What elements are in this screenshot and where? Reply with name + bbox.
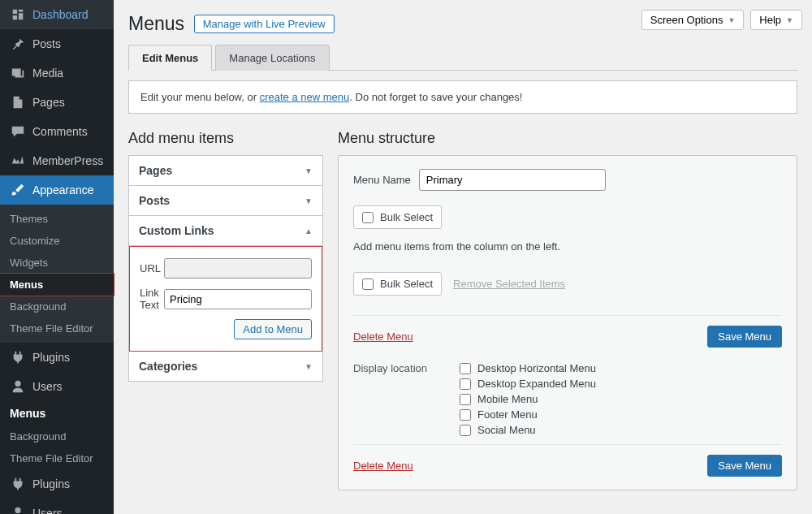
sidebar-sub-themes[interactable]: Themes <box>0 208 114 230</box>
tabs: Edit Menus Manage Locations <box>128 45 797 71</box>
user-icon <box>10 378 26 395</box>
panel-pages-label: Pages <box>139 164 172 177</box>
sidebar-sub-theme-file-editor[interactable]: Theme File Editor <box>0 317 114 339</box>
remove-selected-link: Remove Selected Items <box>453 278 565 290</box>
add-items-hint: Add menu items from the column on the le… <box>353 240 782 253</box>
bulk-select-checkbox[interactable] <box>362 212 374 223</box>
custom-linktext-input[interactable] <box>164 289 312 309</box>
loc-label: Desktop Horizontal Menu <box>477 362 596 374</box>
chevron-down-icon: ▼ <box>304 197 313 205</box>
bulk-select-toggle[interactable]: Bulk Select <box>353 205 442 229</box>
admin-sidebar: Dashboard Posts Media Pages Comments Mem… <box>0 0 114 514</box>
sidebar-extra-menus[interactable]: Menus <box>0 401 114 425</box>
loc-label: Social Menu <box>477 424 536 436</box>
comment-icon <box>10 123 26 140</box>
display-location-options: Desktop Horizontal Menu Desktop Expanded… <box>460 362 596 439</box>
sidebar-item-dashboard[interactable]: Dashboard <box>0 0 114 29</box>
bulk-select-checkbox-2[interactable] <box>362 279 374 290</box>
menu-structure-heading: Menu structure <box>338 130 797 147</box>
menu-name-input[interactable] <box>419 169 606 191</box>
sidebar-sub-background[interactable]: Background <box>0 296 114 317</box>
delete-menu-link[interactable]: Delete Menu <box>353 330 413 343</box>
pin-icon <box>10 36 26 52</box>
loc-mobile[interactable]: Mobile Menu <box>460 393 596 405</box>
url-label: URL <box>140 262 164 274</box>
display-location-label: Display location <box>353 362 427 439</box>
sidebar-item-label: Users <box>32 380 63 393</box>
add-to-menu-button[interactable]: Add to Menu <box>234 319 312 339</box>
loc-checkbox[interactable] <box>460 409 471 421</box>
sidebar-extra-theme-file-editor[interactable]: Theme File Editor <box>0 447 114 469</box>
notice: Edit your menu below, or create a new me… <box>128 80 797 114</box>
sidebar-sub-widgets[interactable]: Widgets <box>0 252 114 274</box>
save-menu-button[interactable]: Save Menu <box>707 326 782 348</box>
create-new-menu-link[interactable]: create a new menu <box>260 91 350 103</box>
sidebar-item-posts[interactable]: Posts <box>0 29 114 58</box>
sidebar-item-label: Posts <box>32 37 61 50</box>
chevron-down-icon: ▼ <box>304 362 313 371</box>
media-icon <box>10 65 26 81</box>
sidebar-item-plugins-2[interactable]: Plugins <box>0 469 114 499</box>
user-icon <box>10 505 26 514</box>
sidebar-item-label: Plugins <box>32 477 70 490</box>
loc-social[interactable]: Social Menu <box>460 424 596 436</box>
loc-footer[interactable]: Footer Menu <box>460 408 596 421</box>
sidebar-item-label: Users <box>32 507 63 514</box>
add-menu-items-heading: Add menu items <box>128 130 323 147</box>
sidebar-item-users-2[interactable]: Users <box>0 499 114 514</box>
accordion-panel: Pages ▼ Posts ▼ Custom Links ▲ URL <box>128 155 323 382</box>
tab-manage-locations[interactable]: Manage Locations <box>215 45 329 71</box>
custom-url-input[interactable] <box>164 258 312 279</box>
loc-checkbox[interactable] <box>460 425 471 436</box>
loc-desktop-expanded[interactable]: Desktop Expanded Menu <box>460 378 596 390</box>
sidebar-item-plugins[interactable]: Plugins <box>0 343 114 372</box>
sidebar-item-pages[interactable]: Pages <box>0 88 114 117</box>
sidebar-extra-group: Menus Background Theme File Editor <box>0 401 114 469</box>
memberpress-icon <box>10 153 26 169</box>
loc-label: Desktop Expanded Menu <box>477 378 596 390</box>
panel-posts[interactable]: Posts ▼ <box>129 186 322 216</box>
live-preview-button[interactable]: Manage with Live Preview <box>194 15 335 33</box>
delete-menu-link-2[interactable]: Delete Menu <box>353 460 413 472</box>
sidebar-item-label: Appearance <box>32 184 94 197</box>
panel-pages[interactable]: Pages ▼ <box>129 156 322 186</box>
sidebar-item-appearance[interactable]: Appearance <box>0 175 114 205</box>
loc-label: Mobile Menu <box>477 393 538 405</box>
chevron-down-icon: ▼ <box>304 166 313 175</box>
display-location-section: Display location Desktop Horizontal Menu… <box>353 362 782 439</box>
sidebar-item-comments[interactable]: Comments <box>0 117 114 146</box>
action-row-1: Delete Menu Save Menu <box>353 315 782 348</box>
panel-categories[interactable]: Categories ▼ <box>129 352 322 381</box>
tab-edit-menus[interactable]: Edit Menus <box>128 45 212 71</box>
dashboard-icon <box>10 6 26 23</box>
loc-checkbox[interactable] <box>460 394 471 405</box>
menu-structure-column: Menu structure Menu Name Bulk Select Add… <box>338 130 797 490</box>
sidebar-item-label: Comments <box>32 125 88 138</box>
bulk-select-toggle-2[interactable]: Bulk Select <box>353 272 442 296</box>
appearance-submenu: Themes Customize Widgets Menus Backgroun… <box>0 205 114 343</box>
sidebar-sub-menus[interactable]: Menus <box>0 274 114 296</box>
page-title: Menus <box>128 13 184 35</box>
loc-checkbox[interactable] <box>460 363 471 374</box>
plugin-icon <box>10 476 26 492</box>
notice-pre: Edit your menu below, or <box>140 91 260 103</box>
sidebar-item-memberpress[interactable]: MemberPress <box>0 146 114 175</box>
panel-categories-label: Categories <box>139 360 197 373</box>
save-menu-button-2[interactable]: Save Menu <box>707 455 782 477</box>
notice-post: . Do not forget to save your changes! <box>349 91 522 103</box>
pages-icon <box>10 94 26 110</box>
panel-custom-label: Custom Links <box>139 224 214 237</box>
bulk-select-label: Bulk Select <box>380 211 433 223</box>
panel-posts-label: Posts <box>139 194 170 207</box>
brush-icon <box>10 182 26 198</box>
sidebar-item-label: Plugins <box>32 351 70 364</box>
menu-name-label: Menu Name <box>353 174 411 186</box>
sidebar-sub-customize[interactable]: Customize <box>0 230 114 252</box>
panel-custom-links[interactable]: Custom Links ▲ <box>129 216 322 246</box>
sidebar-item-media[interactable]: Media <box>0 58 114 88</box>
sidebar-extra-background[interactable]: Background <box>0 425 114 447</box>
sidebar-item-users[interactable]: Users <box>0 372 114 401</box>
loc-checkbox[interactable] <box>460 378 471 390</box>
loc-desktop-horizontal[interactable]: Desktop Horizontal Menu <box>460 362 596 374</box>
sidebar-item-label: MemberPress <box>32 154 103 167</box>
